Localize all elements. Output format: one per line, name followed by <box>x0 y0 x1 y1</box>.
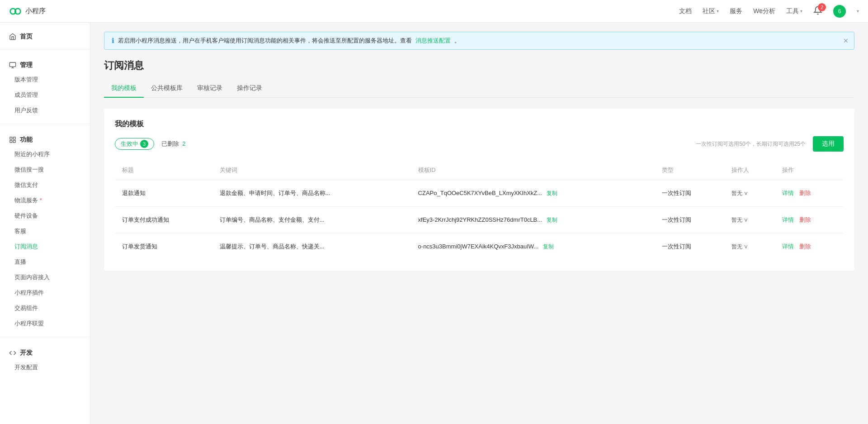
sidebar-item-version[interactable]: 版本管理 <box>0 72 90 87</box>
sidebar-section-feature: 功能 附近的小程序 微信搜一搜 微信支付 物流服务 * 硬件设备 客服 订阅消息… <box>0 126 90 335</box>
alert-suffix: 。 <box>454 37 460 45</box>
avatar[interactable]: 6 <box>833 5 846 18</box>
col-operator: 操作人 <box>724 161 775 180</box>
action-delete-1[interactable]: 删除 <box>799 216 811 223</box>
cell-actions-0: 详情 删除 <box>775 180 844 207</box>
manage-icon <box>9 62 16 69</box>
page-title: 订阅消息 <box>104 59 854 72</box>
sidebar-item-pay[interactable]: 微信支付 <box>0 177 90 193</box>
svg-rect-8 <box>13 140 15 143</box>
template-card: 我的模板 生效中 3 已删除 2 一次性订阅可选用50个，长期订阅可选用25个 … <box>104 109 854 271</box>
select-button[interactable]: 选用 <box>813 136 844 152</box>
avatar-chevron[interactable]: ▾ <box>857 9 859 14</box>
cell-title-0: 退款通知 <box>115 180 212 207</box>
feature-icon <box>9 136 16 143</box>
nav-service[interactable]: 服务 <box>730 7 742 15</box>
action-delete-0[interactable]: 删除 <box>799 190 811 196</box>
copy-button-2[interactable]: 复制 <box>543 243 554 250</box>
svg-rect-2 <box>9 62 15 67</box>
sidebar-dev: 开发 <box>0 346 90 360</box>
sidebar-section-home: 首页 <box>0 23 90 47</box>
operator-select-0[interactable]: 暂无 ∨ <box>731 190 768 197</box>
action-detail-1[interactable]: 详情 <box>782 216 794 223</box>
sidebar-section-manage: 管理 版本管理 成员管理 用户反馈 <box>0 51 90 122</box>
divider-2 <box>0 124 90 124</box>
cell-keywords-0: 退款金额、申请时间、订单号、商品名称... <box>212 180 411 207</box>
cell-actions-1: 详情 删除 <box>775 207 844 233</box>
top-nav-left: 小程序 <box>9 5 46 18</box>
sidebar: 首页 管理 版本管理 成员管理 用户反馈 功能 附近的小程序 <box>0 23 90 424</box>
main-content: ℹ 若启用小程序消息推送，用户在手机客户端使用订阅消息功能的相关事件，将会推送至… <box>90 23 868 424</box>
tab-audit-records[interactable]: 审核记录 <box>190 80 230 98</box>
action-detail-2[interactable]: 详情 <box>782 243 794 250</box>
action-delete-2[interactable]: 删除 <box>799 243 811 250</box>
table-body: 退款通知 退款金额、申请时间、订单号、商品名称... CZAPo_TqOOeC5… <box>115 180 844 260</box>
tab-operation-records[interactable]: 操作记录 <box>230 80 269 98</box>
sidebar-item-page-content[interactable]: 页面内容接入 <box>0 270 90 285</box>
copy-button-0[interactable]: 复制 <box>547 190 557 196</box>
svg-rect-6 <box>13 137 15 139</box>
sidebar-dev-label: 开发 <box>20 349 33 357</box>
alert-link[interactable]: 消息推送配置 <box>415 37 451 45</box>
sidebar-home-label: 首页 <box>20 33 33 41</box>
cell-operator-0[interactable]: 暂无 ∨ <box>724 180 775 207</box>
sidebar-home[interactable]: 首页 <box>0 30 90 43</box>
cell-type-2: 一次性订阅 <box>655 233 724 260</box>
quota-info: 一次性订阅可选用50个，长期订阅可选用25个 <box>696 140 806 148</box>
notification-bell[interactable]: 2 <box>813 6 822 16</box>
nav-analysis[interactable]: We分析 <box>753 7 775 15</box>
alert-text: 若启用小程序消息推送，用户在手机客户端使用订阅消息功能的相关事件，将会推送至所配… <box>118 37 412 45</box>
cell-operator-2[interactable]: 暂无 ∨ <box>724 233 775 260</box>
svg-rect-7 <box>10 140 12 143</box>
action-detail-0[interactable]: 详情 <box>782 190 794 196</box>
card-title: 我的模板 <box>115 119 844 129</box>
col-type: 类型 <box>655 161 724 180</box>
cell-operator-1[interactable]: 暂无 ∨ <box>724 207 775 233</box>
cell-id-1: xfEy3-2KrrJchj92YRKhZZ0SSHz76dmrT0cLB...… <box>411 207 655 233</box>
operator-select-2[interactable]: 暂无 ∨ <box>731 243 768 251</box>
logo-icon <box>9 5 22 18</box>
operator-select-1[interactable]: 暂无 ∨ <box>731 216 768 224</box>
logistics-badge: * <box>40 197 42 204</box>
sidebar-item-live[interactable]: 直播 <box>0 254 90 270</box>
sidebar-item-trade[interactable]: 交易组件 <box>0 300 90 316</box>
home-icon <box>9 33 16 40</box>
sidebar-item-feedback[interactable]: 用户反馈 <box>0 103 90 118</box>
copy-button-1[interactable]: 复制 <box>547 217 557 223</box>
notification-badge: 2 <box>818 3 826 11</box>
tab-my-templates[interactable]: 我的模板 <box>104 80 144 98</box>
sidebar-item-alliance[interactable]: 小程序联盟 <box>0 316 90 331</box>
sidebar-item-hardware[interactable]: 硬件设备 <box>0 208 90 224</box>
sidebar-manage: 管理 <box>0 58 90 72</box>
sidebar-item-nearby[interactable]: 附近的小程序 <box>0 147 90 162</box>
col-template-id: 模板ID <box>411 161 655 180</box>
sidebar-item-members[interactable]: 成员管理 <box>0 87 90 103</box>
table-row: 订单发货通知 温馨提示、订单号、商品名称、快递关... o-ncs3u3Bmmi… <box>115 233 844 260</box>
filter-deleted[interactable]: 已删除 2 <box>161 140 185 148</box>
col-actions: 操作 <box>775 161 844 180</box>
divider-1 <box>0 49 90 49</box>
alert-close-button[interactable]: ✕ <box>843 37 849 44</box>
sidebar-item-plugin[interactable]: 小程序插件 <box>0 285 90 300</box>
sidebar-item-customer-service[interactable]: 客服 <box>0 224 90 239</box>
sidebar-item-dev-config[interactable]: 开发配置 <box>0 360 90 375</box>
table-row: 退款通知 退款金额、申请时间、订单号、商品名称... CZAPo_TqOOeC5… <box>115 180 844 207</box>
top-nav-right: 文档 社区 ▾ 服务 We分析 工具 ▾ 2 6 ▾ <box>679 5 859 18</box>
table-row: 订单支付成功通知 订单编号、商品名称、支付金额、支付... xfEy3-2Krr… <box>115 207 844 233</box>
nav-community[interactable]: 社区 ▾ <box>703 7 719 15</box>
filter-active-label: 生效中 <box>121 140 138 148</box>
sidebar-item-logistics[interactable]: 物流服务 * <box>0 193 90 208</box>
nav-tools[interactable]: 工具 ▾ <box>786 7 802 15</box>
sidebar-item-search[interactable]: 微信搜一搜 <box>0 162 90 177</box>
community-chevron: ▾ <box>717 9 719 14</box>
tab-public-templates[interactable]: 公共模板库 <box>144 80 190 98</box>
svg-rect-5 <box>10 137 12 139</box>
sidebar-item-subscribe[interactable]: 订阅消息 <box>0 239 90 254</box>
filter-active-count: 3 <box>140 140 148 148</box>
top-nav: 小程序 文档 社区 ▾ 服务 We分析 工具 ▾ 2 6 ▾ <box>0 0 868 23</box>
layout: 首页 管理 版本管理 成员管理 用户反馈 功能 附近的小程序 <box>0 23 868 424</box>
nav-docs[interactable]: 文档 <box>679 7 692 15</box>
filter-deleted-count: 2 <box>182 140 185 147</box>
template-table: 标题 关键词 模板ID 类型 操作人 操作 退款通知 退款金额、申请时间、订单号… <box>115 161 844 260</box>
filter-active[interactable]: 生效中 3 <box>115 138 154 150</box>
